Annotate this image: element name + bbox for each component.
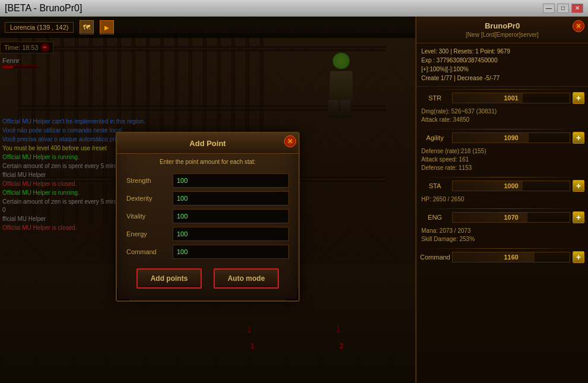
eng-detail: Mana: 2073 / 2073 Skill Damage: 253% [417,226,588,246]
agi-label: Agility [420,134,450,141]
sta-row: STA 1000 + [417,180,588,192]
cmd-bar-fill [453,252,535,262]
profile-name: BrunoPr0 [421,21,583,30]
profile-header: BrunoPr0 [New [Lord[Emperor]server] ✕ [417,17,588,43]
sta-label: STA [420,182,450,189]
level-info: Level: 300 | Resets: 1 Point: 9679 [421,47,583,56]
modal-header: Add Point ✕ [117,133,298,154]
modal-subtitle: Enter the point amount for each stat: [117,154,298,170]
field-input-strength[interactable] [173,173,289,188]
location-display: Lorencia (139 , 142) [5,22,74,33]
str-plus-button[interactable]: + [573,92,584,104]
modal-overlay: Add Point ✕ Enter the point amount for e… [0,33,415,383]
field-input-dexterity[interactable] [173,191,289,205]
attack-rate: Attack rate: 34850 [421,116,583,124]
map-button[interactable]: 🗺 [80,20,94,34]
modal-field-row: Command [126,245,289,259]
modal-field-row: Strength [126,173,289,188]
stats-section: Level: 300 | Resets: 1 Point: 9679 Exp :… [417,43,588,87]
field-label: Vitality [126,213,168,220]
field-label: Strength [126,177,168,184]
modal-field-row: Dexterity [126,191,289,205]
add-point-modal: Add Point ✕ Enter the point amount for e… [116,132,300,302]
titlebar: [BETA - BrunoPr0] — □ ✕ [0,0,588,17]
modal-close-button[interactable]: ✕ [284,135,296,147]
exp-info: Exp : 377963080/387450000 [421,56,583,65]
defense-rate: Defense rate: 1153 [421,164,583,172]
cmd-row: Command 1160 + [417,251,588,263]
agi-bar: 1090 [452,132,570,143]
sta-detail: HP: 2650 / 2650 [417,194,588,206]
skill-info: Skill Damage: 253% [421,235,583,243]
divider-str [421,89,583,90]
maximize-button[interactable]: □ [557,4,569,13]
titlebar-title: [BETA - BrunoPr0] [5,3,82,14]
eng-plus-button[interactable]: + [573,211,584,223]
field-input-vitality[interactable] [173,209,289,223]
str-bar: 1001 [452,93,570,103]
agi-detail: Defense (rate):218 (155) Attack speed: 1… [417,146,588,175]
field-input-command[interactable] [173,245,289,259]
game-area: Lorencia (139 , 142) 🗺 ▶ Time: 18:53 ❤ F… [0,17,415,383]
str-detail: Dmg(rate): 526~637 (30831) Attack rate: … [417,106,588,126]
cmd-value: 1160 [504,254,518,261]
agi-plus-button[interactable]: + [573,132,584,144]
mana-info: Mana: 2073 / 2073 [421,227,583,235]
agi-value: 1090 [504,134,518,141]
create-info: Create 1/77 | Decrease -5/-77 [421,74,583,83]
modal-field-row: Energy [126,227,289,241]
eng-row: ENG 1070 + [417,211,588,223]
cmd-bar: 1160 [452,252,570,262]
auto-mode-button[interactable]: Auto mode [214,268,279,289]
attack-speed: Attack speed: 161 [421,156,583,164]
bonus-info: [+]:100%|[-]:100% [421,65,583,74]
field-label: Command [126,248,168,255]
divider-eng [421,208,583,209]
cmd-label: Command [420,254,450,261]
add-points-button[interactable]: Add points [136,268,202,289]
modal-field-row: Vitality [126,209,289,223]
sta-plus-button[interactable]: + [573,180,584,192]
play-button[interactable]: ▶ [100,20,114,34]
dmg-info: Dmg(rate): 526~637 (30831) [421,107,583,116]
field-label: Energy [126,230,168,238]
titlebar-buttons: — □ ✕ [543,4,583,13]
corner-bl [117,289,129,300]
modal-title: Add Point [189,139,225,148]
field-input-energy[interactable] [173,227,289,241]
modal-fields: StrengthDexterityVitalityEnergyCommand [117,173,298,259]
str-row: STR 1001 + [417,92,588,104]
divider-sta [421,177,583,178]
divider-cmd [421,248,583,249]
hp-info: HP: 2650 / 2650 [421,195,583,204]
eng-bar: 1070 [452,212,570,223]
str-label: STR [420,94,450,102]
field-label: Dexterity [126,195,168,202]
minimize-button[interactable]: — [543,4,555,13]
close-window-button[interactable]: ✕ [571,4,583,13]
close-profile-button[interactable]: ✕ [573,20,584,32]
cmd-plus-button[interactable]: + [573,251,584,263]
sta-value: 1000 [504,182,518,189]
eng-value: 1070 [504,214,518,221]
eng-label: ENG [420,214,450,221]
corner-br [287,289,298,300]
profile-title: [New [Lord[Emperor]server] [421,31,583,38]
divider-agi [421,129,583,129]
agi-row: Agility 1090 + [417,132,588,144]
sta-bar: 1000 [452,181,570,191]
defense-info: Defense (rate):218 (155) [421,147,583,156]
modal-buttons: Add points Auto mode [117,268,298,289]
right-panel: BrunoPr0 [New [Lord[Emperor]server] ✕ Le… [415,17,588,383]
str-value: 1001 [504,94,518,102]
